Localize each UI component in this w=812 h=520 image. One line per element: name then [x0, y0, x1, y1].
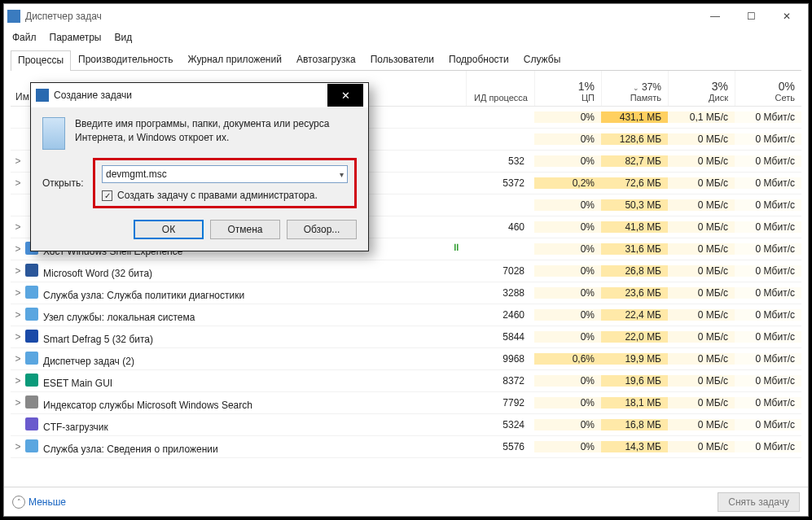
cell-pid: 5372	[466, 177, 534, 189]
col-network[interactable]: 0%Сеть	[735, 71, 801, 106]
expand-toggle[interactable]: >	[11, 375, 25, 387]
cell-disk: 0 МБ/с	[668, 243, 735, 255]
fewer-details-link[interactable]: ˄ Меньше	[12, 496, 66, 509]
process-name: Индексатор службы Microsoft Windows Sear…	[25, 395, 466, 411]
cell-memory: 431,1 МБ	[601, 111, 668, 123]
cell-pid: 7028	[466, 265, 534, 277]
create-task-dialog: Создание задачи ✕ Введите имя программы,…	[30, 82, 369, 251]
cell-memory: 19,6 МБ	[601, 375, 668, 387]
tab-details[interactable]: Подробности	[441, 50, 516, 70]
browse-button[interactable]: Обзор...	[287, 220, 357, 239]
table-row[interactable]: >Индексатор службы Microsoft Windows Sea…	[11, 392, 801, 414]
tab-performance[interactable]: Производительность	[71, 50, 180, 70]
menu-params[interactable]: Параметры	[45, 30, 107, 45]
table-row[interactable]: >Microsoft Word (32 бита)70280%26,8 МБ0 …	[11, 260, 801, 282]
cell-memory: 82,7 МБ	[601, 155, 668, 167]
window-title: Диспетчер задач	[25, 11, 697, 22]
expand-toggle[interactable]: >	[11, 287, 25, 299]
admin-checkbox[interactable]: ✓	[102, 190, 112, 201]
cell-network: 0 Мбит/с	[735, 243, 801, 255]
menu-view[interactable]: Вид	[109, 30, 137, 45]
table-row[interactable]: CTF-загрузчик53240%16,8 МБ0 МБ/с0 Мбит/с	[11, 414, 801, 436]
process-icon	[25, 286, 38, 299]
cell-pid: 5324	[466, 419, 534, 430]
cell-cpu: 0,6%	[534, 353, 601, 365]
close-button[interactable]: ✕	[769, 5, 805, 28]
expand-toggle[interactable]: >	[11, 177, 25, 189]
cell-cpu: 0%	[534, 265, 601, 277]
cell-disk: 0 МБ/с	[668, 397, 735, 409]
minimize-button[interactable]: —	[697, 5, 733, 28]
cell-cpu: 0%	[534, 287, 601, 299]
ok-button[interactable]: ОК	[134, 220, 204, 239]
process-icon	[25, 395, 38, 409]
table-row[interactable]: >ESET Main GUI83720%19,6 МБ0 МБ/с0 Мбит/…	[11, 370, 801, 392]
dialog-body: Введите имя программы, папки, документа …	[31, 107, 368, 251]
cell-disk: 0 МБ/с	[668, 309, 735, 321]
tab-startup[interactable]: Автозагрузка	[289, 50, 363, 70]
table-row[interactable]: >Диспетчер задач (2)99680,6%19,9 МБ0 МБ/…	[11, 348, 801, 370]
expand-toggle[interactable]: >	[11, 309, 25, 321]
maximize-button[interactable]: ☐	[733, 5, 769, 28]
expand-toggle[interactable]: >	[11, 353, 25, 365]
process-name: Smart Defrag 5 (32 бита)	[25, 330, 466, 345]
cell-cpu: 0%	[534, 309, 601, 321]
process-icon	[25, 330, 38, 343]
tab-users[interactable]: Пользователи	[363, 50, 441, 70]
table-row[interactable]: >Служба узла: Служба политики диагностик…	[11, 282, 801, 304]
table-row[interactable]: >Узел службы: локальная система24600%22,…	[11, 304, 801, 326]
cell-disk: 0 МБ/с	[668, 441, 735, 452]
cell-pid: 9968	[466, 353, 534, 365]
process-name: Диспетчер задач (2)	[25, 352, 466, 367]
tab-processes[interactable]: Процессы	[11, 50, 71, 71]
expand-toggle[interactable]: >	[11, 155, 25, 167]
cell-disk: 0,1 МБ/с	[668, 111, 735, 123]
col-disk[interactable]: 3%Диск	[668, 71, 735, 106]
process-icon	[25, 264, 38, 277]
expand-toggle[interactable]: >	[11, 243, 25, 255]
col-pid[interactable]: ИД процесса	[466, 71, 534, 106]
chevron-down-icon[interactable]: ▾	[340, 170, 344, 179]
col-memory[interactable]: ⌄ 37%Память	[601, 71, 668, 106]
cell-network: 0 Мбит/с	[735, 111, 801, 123]
cell-cpu: 0%	[534, 331, 601, 343]
dialog-buttons: ОК Отмена Обзор...	[42, 220, 357, 239]
cell-memory: 23,6 МБ	[601, 287, 668, 299]
dialog-close-button[interactable]: ✕	[327, 84, 363, 107]
cell-pid: 2460	[466, 309, 534, 321]
menu-bar: Файл Параметры Вид	[4, 28, 808, 46]
table-row[interactable]: >Smart Defrag 5 (32 бита)58440%22,0 МБ0 …	[11, 326, 801, 348]
expand-toggle[interactable]: >	[11, 221, 25, 233]
menu-file[interactable]: Файл	[7, 30, 42, 45]
expand-toggle[interactable]: >	[11, 397, 25, 409]
cell-pid: 460	[466, 221, 534, 233]
expand-toggle[interactable]: >	[11, 265, 25, 277]
cell-cpu: 0%	[534, 155, 601, 167]
expand-toggle[interactable]: >	[11, 331, 25, 343]
title-bar[interactable]: Диспетчер задач — ☐ ✕	[4, 4, 808, 28]
expand-toggle[interactable]: >	[11, 441, 25, 452]
cell-memory: 72,6 МБ	[601, 177, 668, 189]
cell-network: 0 Мбит/с	[735, 441, 801, 452]
cell-network: 0 Мбит/с	[735, 375, 801, 387]
col-cpu[interactable]: 1%ЦП	[534, 71, 601, 106]
cell-network: 0 Мбит/с	[735, 353, 801, 365]
process-name: Служба узла: Служба политики диагностики	[25, 286, 466, 301]
open-combobox[interactable]: devmgmt.msc ▾	[102, 165, 348, 183]
app-icon	[7, 10, 20, 23]
cell-memory: 26,8 МБ	[601, 265, 668, 277]
dialog-description: Введите имя программы, папки, документа …	[75, 117, 357, 150]
tab-services[interactable]: Службы	[516, 50, 568, 70]
dialog-title-bar[interactable]: Создание задачи ✕	[31, 83, 368, 107]
process-icon	[25, 374, 38, 387]
cell-network: 0 Мбит/с	[735, 287, 801, 299]
table-row[interactable]: >Служба узла: Сведения о приложении55760…	[11, 436, 801, 458]
tab-app-history[interactable]: Журнал приложений	[181, 50, 289, 70]
cell-network: 0 Мбит/с	[735, 419, 801, 430]
cell-network: 0 Мбит/с	[735, 177, 801, 189]
open-label: Открыть:	[42, 177, 88, 189]
cancel-button[interactable]: Отмена	[210, 220, 280, 239]
process-name: CTF-загрузчик	[25, 417, 466, 433]
end-task-button[interactable]: Снять задачу	[718, 492, 800, 512]
cell-memory: 50,3 МБ	[601, 199, 668, 211]
